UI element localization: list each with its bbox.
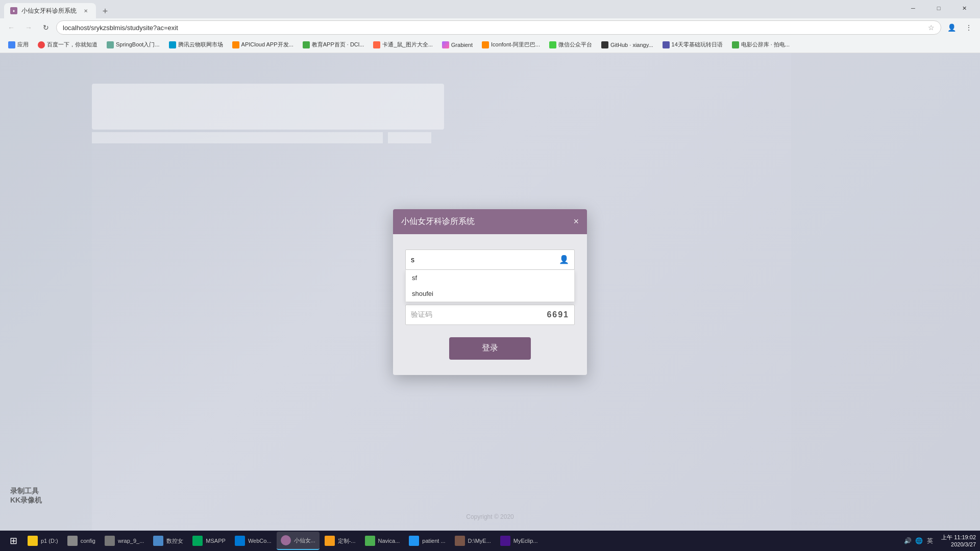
taskbar-label: Navica... [378,538,400,544]
autocomplete-item-sf[interactable]: sf [406,270,574,286]
bookmark-star-icon[interactable]: ☆ [928,23,935,32]
bookmark-label: Grabient [451,42,473,48]
taskbar-label: p1 (D:) [41,538,58,544]
taskbar-app-config[interactable]: config [63,532,100,550]
page-content: 小仙女牙科诊所系统 × 👤 sf shoufei [0,53,980,531]
bookmark-label: 应用 [17,41,29,48]
taskbar-app-patient[interactable]: patient ... [405,532,449,550]
bookmark-movie[interactable]: 电影公辞库 · 拍电... [728,39,794,51]
reload-btn[interactable]: ↻ [39,20,53,35]
copyright-text: Copyright © 2020 [466,513,514,520]
bookmark-cartoon[interactable]: 卡通_鼠_图片大全... [369,39,436,51]
user-icon: 👤 [559,255,569,264]
taskbar-app-myeclip[interactable]: MyEclip... [496,532,542,550]
taskbar-icon-webco [235,536,245,546]
login-button[interactable]: 登录 [449,337,531,360]
taskbar-app-webco[interactable]: WebCo... [231,532,276,550]
bookmark-iconfont[interactable]: Iconfont-阿里巴巴... [478,39,544,51]
username-input[interactable] [411,256,559,264]
bookmark-wechat[interactable]: 微信公众平台 [545,39,596,51]
bookmark-baidu[interactable]: 百度一下，你就知道 [34,39,102,51]
bookmark-label: 电影公辞库 · 拍电... [741,41,790,48]
account-icon[interactable]: 👤 [944,20,959,35]
restore-btn[interactable]: □ [927,1,950,15]
bookmark-icon [732,41,739,48]
new-tab-btn[interactable]: + [98,4,112,18]
taskbar-app-dmye[interactable]: D:\MyE... [451,532,495,550]
tab-close-btn[interactable]: ✕ [82,7,90,15]
bookmark-springboot[interactable]: SpringBoot入门... [103,39,164,51]
taskbar-label: config [81,538,95,544]
tab-title: 小仙女牙科诊所系统 [21,7,78,15]
taskbar: ⊞ p1 (D:) config wrap_9_... 数控女 MSAPP We… [0,531,980,551]
kk-watermark: 录制工具 KK录像机 [10,487,42,505]
taskbar-app-shukong[interactable]: 数控女 [149,532,187,550]
bookmark-japanese[interactable]: 14天零基础玩转日语 [658,39,727,51]
username-wrapper: 👤 sf shoufei [405,249,575,270]
taskbar-app-wrap[interactable]: wrap_9_... [101,532,148,550]
forward-btn[interactable]: → [21,20,36,35]
taskbar-app-p1[interactable]: p1 (D:) [23,532,62,550]
login-modal: 小仙女牙科诊所系统 × 👤 sf shoufei [393,209,587,375]
taskbar-clock: 上午 11:19:02 2020/3/27 [941,534,976,548]
bookmark-tencent[interactable]: 腾讯云物联网市场 [165,39,227,51]
taskbar-label: 定制-... [338,537,356,545]
bookmark-label: GitHub · xiangy... [610,42,653,48]
bookmark-icon [482,41,489,48]
active-tab[interactable]: ♦ 小仙女牙科诊所系统 ✕ [4,3,96,18]
autocomplete-dropdown: sf shoufei [405,270,575,302]
bookmark-label: 腾讯云物联网市场 [178,41,223,48]
taskbar-icon-patient [409,536,419,546]
bookmark-label: APICloud APP开发... [241,41,293,48]
lang-indicator[interactable]: 英 [925,536,935,546]
modal-overlay: 小仙女牙科诊所系统 × 👤 sf shoufei [0,53,980,531]
autocomplete-item-shoufei[interactable]: shoufei [406,286,574,302]
taskbar-app-navica[interactable]: Navica... [361,532,404,550]
taskbar-icon-msapp [192,536,203,546]
watermark-line2: KK录像机 [10,496,42,505]
taskbar-icon-wrap [105,536,115,546]
modal-close-btn[interactable]: × [573,217,579,226]
bookmark-icon [303,41,310,48]
taskbar-icon-shukong [153,536,163,546]
taskbar-app-dingzhi[interactable]: 定制-... [321,532,360,550]
taskbar-time-text: 上午 11:19:02 [941,534,976,541]
bookmark-education[interactable]: 教育APP首页 · DCl... [299,39,369,51]
back-btn[interactable]: ← [4,20,18,35]
tab-bar: ♦ 小仙女牙科诊所系统 ✕ + [4,0,112,18]
url-text: localhost/srykzsblmis/studysite?ac=exit [63,24,925,32]
tab-favicon: ♦ [10,7,17,14]
tray-icon-2: 🌐 [914,536,924,546]
captcha-label: 验证码 [411,310,547,319]
close-btn[interactable]: ✕ [952,1,976,15]
taskbar-icon-p1 [28,536,38,546]
taskbar-right: 🔊 🌐 英 上午 11:19:02 2020/3/27 [898,534,976,548]
bookmark-icon [169,41,176,48]
taskbar-date-text: 2020/3/27 [941,541,976,548]
taskbar-app-xiaoxiannv[interactable]: 小仙女... [277,532,320,550]
minimize-btn[interactable]: ─ [901,1,925,15]
modal-title: 小仙女牙科诊所系统 [401,216,475,227]
start-button[interactable]: ⊞ [4,532,22,550]
bookmark-label: 百度一下，你就知道 [47,41,97,48]
captcha-code[interactable]: 6691 [547,310,569,319]
bookmark-label: 微信公众平台 [558,41,592,48]
taskbar-app-msapp[interactable]: MSAPP [188,532,230,550]
taskbar-icon-dmye [455,536,465,546]
taskbar-label: D:\MyE... [468,538,491,544]
taskbar-label: MyEclip... [513,538,538,544]
bookmark-label: SpringBoot入门... [116,41,160,48]
bookmark-grabient[interactable]: Grabient [438,39,477,51]
bookmark-apicloud[interactable]: APICloud APP开发... [228,39,298,51]
bookmark-label: 卡通_鼠_图片大全... [382,41,432,48]
bookmark-label: 教育APP首页 · DCl... [312,41,364,48]
url-bar[interactable]: localhost/srykzsblmis/studysite?ac=exit … [56,20,941,35]
bookmark-github[interactable]: GitHub · xiangy... [597,39,657,51]
browser-shell: ♦ 小仙女牙科诊所系统 ✕ + ─ □ ✕ ← → ↻ localhost/sr… [0,0,980,53]
bookmark-icon [663,41,670,48]
bookmark-apps[interactable]: 应用 [4,39,33,51]
taskbar-icon-myeclip [500,536,510,546]
bookmark-icon [601,41,608,48]
extensions-icon[interactable]: ⋮ [962,20,976,35]
taskbar-label: WebCo... [248,538,272,544]
